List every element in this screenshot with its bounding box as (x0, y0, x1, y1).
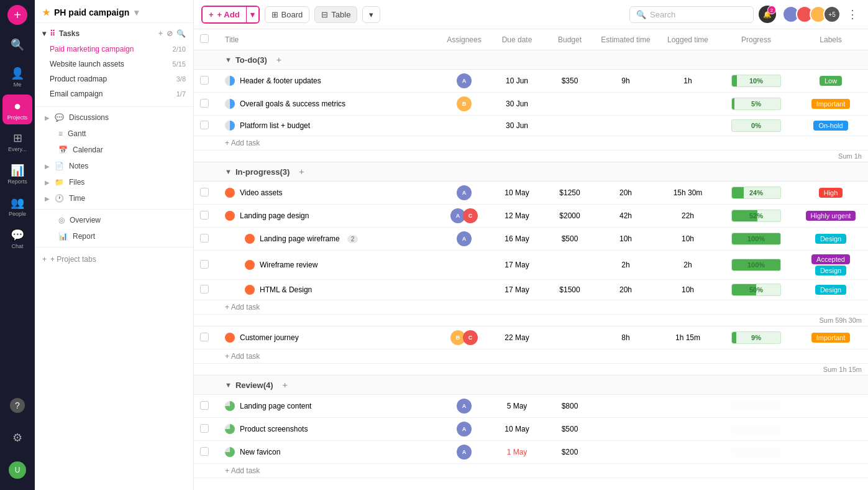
row-checkbox[interactable] (200, 447, 209, 456)
sidebar-item-search[interactable]: 🔍 (2, 30, 32, 60)
sidebar-nav-overview[interactable]: ◎ Overview (35, 212, 193, 228)
sidebar-item-me[interactable]: 👤 Me (2, 62, 32, 92)
reports-icon: 📊 (11, 164, 24, 177)
task-est-time (595, 441, 657, 464)
task-logged-time (657, 441, 719, 464)
sidebar-item-chat[interactable]: 💬 Chat (2, 224, 32, 254)
sidebar-nav-discussions[interactable]: ▶ 💬 Discussions (35, 109, 193, 126)
task-avatar: B (457, 96, 472, 111)
table-row[interactable]: Landing page wireframe 2 A 16 May $500 1… (194, 228, 868, 251)
task-title: Overall goals & success metrics (240, 99, 345, 108)
table-row[interactable]: Wireframe review 17 May 2h 2h (194, 251, 868, 280)
table-row[interactable]: Product screenshots A 10 May $500 (194, 418, 868, 441)
group-add-button[interactable]: + (280, 379, 291, 391)
collapse-icon[interactable]: ▼ (225, 381, 232, 389)
add-task-button[interactable]: + Add task (225, 466, 862, 475)
add-task-button[interactable]: + Add task (225, 303, 862, 312)
task-title: Product screenshots (240, 425, 308, 433)
sidebar-item-everything[interactable]: ⊞ Every... (2, 127, 32, 157)
sidebar-task-product-roadmap[interactable]: Product roadmap 3/8 (35, 72, 193, 86)
sidebar-item-people[interactable]: 👥 People (2, 192, 32, 221)
sidebar-nav-notes[interactable]: ▶ 📄 Notes (35, 158, 193, 174)
table-row[interactable]: Platform list + budget 30 Jun (194, 116, 868, 136)
group-add-button[interactable]: + (296, 166, 307, 177)
group-add-button[interactable]: + (273, 54, 285, 65)
sidebar-task-paid-marketing[interactable]: Paid marketing campaign 2/10 (35, 42, 193, 57)
table-row[interactable]: Customer journey BC 22 May 8h 1h 15m (194, 326, 868, 349)
tasks-section-header[interactable]: ▾ ⠿ Tasks + ⊘ 🔍 (35, 25, 193, 42)
search-tasks-icon[interactable]: 🔍 (176, 29, 186, 38)
add-global-button[interactable]: + (7, 5, 27, 25)
task-assignees: A (439, 395, 489, 418)
collapse-icon[interactable]: ▼ (225, 168, 232, 175)
task-table-wrapper[interactable]: Title Assignees Due date Budget Estimate… (194, 29, 868, 490)
add-task-button[interactable]: + Add task (225, 139, 862, 147)
sum-value: Sum 59h 30m (719, 315, 868, 326)
task-assignees: A (439, 418, 489, 441)
task-title-cell: Platform list + budget (219, 116, 439, 136)
table-row[interactable]: HTML & Design 17 May $1500 20h 10h (194, 280, 868, 300)
row-checkbox[interactable] (200, 211, 209, 220)
label-badge: Accepted (811, 254, 850, 264)
sidebar-item-user-avatar[interactable]: U (2, 455, 32, 485)
sidebar-item-reports[interactable]: 📊 Reports (2, 159, 32, 189)
avatar-group[interactable]: +5 (782, 6, 841, 23)
add-button[interactable]: + + Add (203, 7, 246, 22)
row-checkbox[interactable] (200, 333, 209, 341)
add-task-icon[interactable]: + (158, 29, 163, 38)
row-checkbox[interactable] (200, 188, 209, 196)
add-task-button[interactable]: + Add task (225, 352, 862, 361)
sidebar: ★ PH paid campaign ▾ ▾ ⠿ Tasks + ⊘ 🔍 Pai… (35, 0, 194, 490)
board-view-button[interactable]: ⊞ Board (265, 6, 310, 23)
sidebar-nav-gantt[interactable]: ≡ Gantt (35, 126, 193, 142)
label-badge: Design (815, 285, 846, 295)
more-options-button[interactable]: ⋮ (844, 5, 861, 24)
sidebar-task-email-campaign[interactable]: Email campaign 1/7 (35, 86, 193, 101)
add-project-tabs[interactable]: + + Project tabs (35, 250, 193, 269)
task-assignees (439, 251, 489, 280)
task-progress (719, 441, 793, 464)
table-view-button[interactable]: ⊟ Table (314, 6, 357, 23)
sidebar-nav-files[interactable]: ▶ 📁 Files (35, 174, 193, 190)
sidebar-nav-report[interactable]: 📊 Report (35, 228, 193, 244)
add-dropdown-button[interactable]: ▾ (246, 7, 258, 22)
task-title: Header & footer updates (240, 76, 321, 85)
sidebar-item-settings[interactable]: ⚙ (2, 423, 32, 453)
collapse-icon[interactable]: ▼ (225, 56, 232, 63)
task-budget (545, 93, 595, 116)
row-checkbox[interactable] (200, 424, 209, 433)
report-icon: 📊 (58, 232, 68, 241)
filter-icon[interactable]: ⊘ (167, 29, 173, 38)
sidebar-nav-calendar[interactable]: 📅 Calendar (35, 142, 193, 158)
row-checkbox[interactable] (200, 234, 209, 243)
row-checkbox[interactable] (200, 285, 209, 294)
sidebar-item-projects[interactable]: ● Projects (2, 95, 32, 124)
notification-bell[interactable]: 🔔 2 (759, 6, 776, 23)
table-row[interactable]: Overall goals & success metrics B 30 Jun (194, 93, 868, 116)
table-row[interactable]: Header & footer updates A 10 Jun $350 9h… (194, 70, 868, 93)
row-checkbox[interactable] (200, 401, 209, 410)
add-task-row: + Add task (194, 136, 868, 150)
select-all-checkbox[interactable] (200, 34, 209, 43)
row-checkbox[interactable] (200, 76, 209, 85)
table-row[interactable]: Landing page design AC 12 May $2000 42h … (194, 205, 868, 228)
row-checkbox[interactable] (200, 121, 209, 129)
task-est-time: 8h (595, 326, 657, 349)
project-header[interactable]: ★ PH paid campaign ▾ (35, 0, 193, 23)
table-row[interactable]: Video assets A 10 May $1250 20h 15h 30m (194, 182, 868, 205)
more-views-button[interactable]: ▾ (362, 6, 380, 23)
sidebar-task-website-launch[interactable]: Website launch assets 5/15 (35, 57, 193, 72)
task-due-date: 17 May (489, 251, 545, 280)
row-checkbox[interactable] (200, 260, 209, 269)
row-checkbox[interactable] (200, 99, 209, 108)
task-title-cell: Product screenshots (219, 418, 439, 441)
label-badge: Design (815, 266, 846, 275)
task-budget: $800 (545, 395, 595, 418)
sidebar-nav-time[interactable]: ▶ 🕐 Time (35, 190, 193, 206)
table-row[interactable]: Landing page content A 5 May $800 (194, 395, 868, 418)
table-row[interactable]: New favicon A 1 May $200 (194, 441, 868, 464)
search-box[interactable]: 🔍 Search (629, 6, 754, 23)
chevron-right-icon: ▶ (45, 163, 50, 170)
divider-2 (35, 209, 193, 210)
sidebar-item-help[interactable]: ? (2, 391, 32, 420)
